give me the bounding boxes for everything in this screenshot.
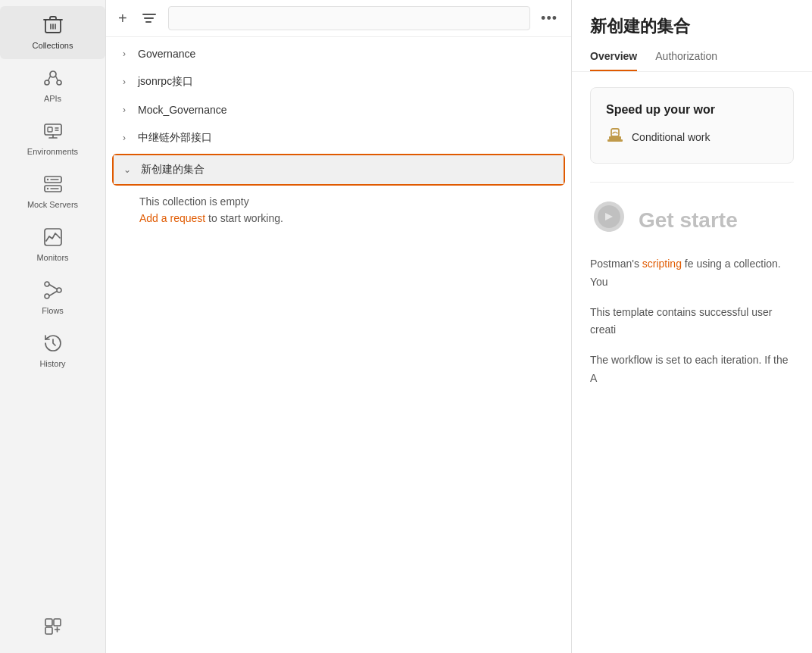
svg-rect-14 (45, 619, 52, 626)
chevron-right-icon: › (118, 77, 130, 87)
sidebar-item-environments-label: Environments (27, 147, 78, 156)
collections-icon (43, 15, 63, 38)
panel-toolbar: + ••• (106, 0, 571, 37)
empty-text: This collection is empty (139, 195, 249, 208)
add-collection-button[interactable]: + (115, 8, 130, 29)
svg-point-13 (45, 294, 49, 298)
sidebar: Collections APIs Environments (0, 0, 106, 653)
svg-point-1 (50, 71, 56, 77)
tab-authorization[interactable]: Authorization (655, 50, 717, 71)
collections-panel: + ••• › Governance › jsonrpc接口 › Mock_Go… (106, 0, 572, 653)
svg-point-8 (46, 179, 48, 180)
sidebar-item-monitors[interactable]: Monitors (0, 218, 105, 271)
right-header: 新创建的集合 Overview Authorization (572, 0, 812, 72)
svg-rect-5 (48, 127, 52, 132)
sidebar-item-collections[interactable]: Collections (0, 6, 105, 59)
collection-item-relay[interactable]: › 中继链外部接口 (106, 123, 571, 152)
sidebar-item-environments[interactable]: Environments (0, 112, 105, 165)
sidebar-item-monitors-label: Monitors (36, 253, 68, 262)
svg-point-11 (45, 282, 49, 286)
chevron-right-icon: › (118, 48, 130, 59)
svg-rect-16 (45, 627, 52, 634)
postman-logo-icon (590, 198, 628, 243)
collection-name: Mock_Governance (138, 104, 227, 116)
collection-item-jsonrpc[interactable]: › jsonrpc接口 (106, 67, 571, 96)
svg-point-2 (45, 80, 49, 85)
conditional-work-label: Conditional work (632, 131, 710, 143)
conditional-icon (606, 126, 624, 148)
collection-name: 中继链外部接口 (138, 131, 212, 145)
svg-rect-19 (607, 139, 623, 142)
sidebar-item-mock-servers-label: Mock Servers (27, 200, 78, 209)
sidebar-item-collections-label: Collections (33, 41, 73, 50)
scripting-link[interactable]: scripting (642, 258, 682, 270)
add-request-link[interactable]: Add a request (139, 212, 205, 224)
sidebar-item-apis-label: APIs (44, 94, 61, 103)
collection-name: 新创建的集合 (141, 163, 205, 177)
history-icon (43, 333, 63, 356)
environments-icon (43, 121, 63, 144)
filter-button[interactable] (136, 10, 162, 27)
highlighted-collection-wrapper: ⌄ 新创建的集合 (112, 154, 565, 186)
get-started-paragraph-3: The workflow is set to each iteration. I… (590, 351, 794, 388)
sidebar-item-apis[interactable]: APIs (0, 59, 105, 112)
collection-empty-state: This collection is empty Add a request t… (106, 187, 571, 239)
svg-point-3 (57, 80, 61, 85)
right-tabs: Overview Authorization (590, 50, 794, 71)
apis-icon (43, 68, 63, 91)
right-panel: 新创建的集合 Overview Authorization Speed up y… (572, 0, 812, 653)
conditional-work-row: Conditional work (606, 126, 778, 148)
mock-servers-icon (43, 174, 63, 197)
speed-up-card: Speed up your wor Conditional work (590, 87, 794, 164)
get-started-title: Get starte (639, 208, 738, 233)
to-start-text: to start working. (205, 212, 283, 224)
collection-item-mock-governance[interactable]: › Mock_Governance (106, 96, 571, 123)
right-content: Speed up your wor Conditional work (572, 72, 812, 653)
collection-item-governance[interactable]: › Governance (106, 40, 571, 67)
collection-title: 新创建的集合 (590, 15, 794, 38)
chevron-right-icon: › (118, 133, 130, 143)
sidebar-item-flows[interactable]: Flows (0, 271, 105, 324)
get-started-paragraph-2: This template contains successful user c… (590, 304, 794, 340)
get-started-header: Get starte (590, 198, 794, 243)
speed-up-title: Speed up your wor (606, 103, 778, 117)
search-input[interactable] (168, 6, 530, 30)
chevron-down-icon: ⌄ (121, 164, 133, 175)
collection-name: jsonrpc接口 (138, 75, 193, 89)
collection-name: Governance (138, 48, 195, 60)
sidebar-item-flows-label: Flows (42, 306, 64, 315)
sidebar-item-history[interactable]: History (0, 324, 105, 377)
divider (590, 182, 794, 183)
chevron-right-icon: › (118, 105, 130, 115)
filter-icon (142, 13, 156, 23)
collection-list: › Governance › jsonrpc接口 › Mock_Governan… (106, 37, 571, 653)
svg-rect-4 (45, 124, 61, 135)
monitors-icon (43, 227, 63, 250)
grid-plus-icon (44, 617, 62, 638)
sidebar-item-bottom[interactable] (0, 608, 105, 647)
get-started-paragraph-1: Postman's scripting fe using a collectio… (590, 255, 794, 292)
sidebar-item-mock-servers[interactable]: Mock Servers (0, 165, 105, 218)
svg-point-12 (57, 288, 61, 292)
flows-icon (43, 280, 63, 303)
get-started-section: Get starte Postman's scripting fe using … (590, 198, 794, 388)
collection-item-new-collection[interactable]: ⌄ 新创建的集合 (114, 155, 564, 184)
tab-overview[interactable]: Overview (590, 50, 637, 71)
svg-rect-15 (54, 619, 61, 626)
more-options-button[interactable]: ••• (536, 9, 562, 28)
svg-point-9 (46, 188, 48, 189)
sidebar-item-history-label: History (39, 359, 65, 368)
